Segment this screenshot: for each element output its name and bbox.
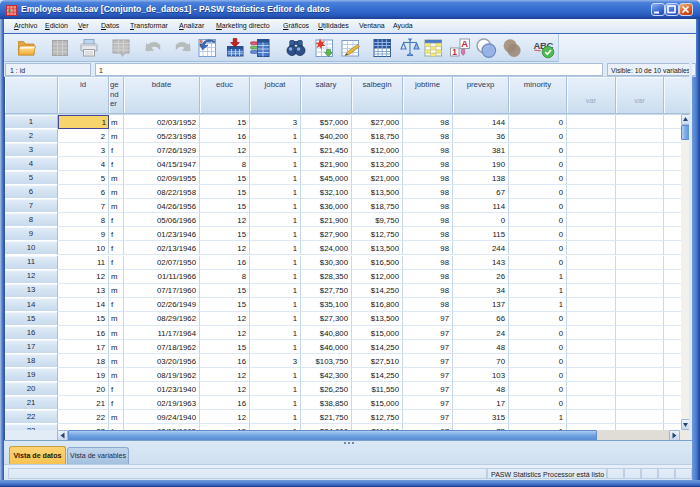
svg-text:1: 1 (452, 47, 457, 57)
svg-text:A: A (461, 38, 468, 49)
